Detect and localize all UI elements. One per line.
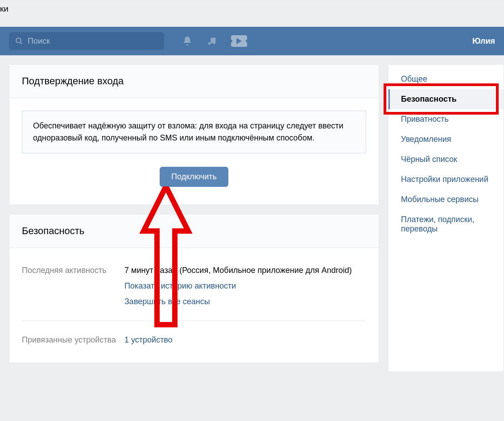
- end-sessions-link[interactable]: Завершить все сеансы: [124, 297, 352, 306]
- row-last-activity: Последняя активность 7 минут назад (Росс…: [22, 260, 366, 312]
- show-history-link[interactable]: Показать историю активности: [124, 281, 352, 291]
- sidebar-item-security[interactable]: Безопасность: [388, 89, 504, 109]
- panel-header-confirm: Подтверждение входа: [9, 65, 379, 98]
- site-header: Юлия: [0, 27, 504, 55]
- search-box[interactable]: [9, 32, 164, 50]
- search-icon: [15, 37, 23, 45]
- username-label[interactable]: Юлия: [472, 37, 495, 46]
- play-badge-icon[interactable]: [231, 35, 247, 47]
- last-activity-content: 7 минут назад (Россия, Мобильное приложе…: [124, 266, 352, 306]
- svg-point-2: [208, 42, 211, 45]
- divider: [22, 321, 366, 321]
- svg-point-0: [16, 38, 21, 43]
- search-input[interactable]: [28, 37, 158, 46]
- header-left: [9, 32, 247, 50]
- svg-point-3: [213, 41, 216, 44]
- panel-body-confirm: Обеспечивает надёжную защиту от взлома: …: [9, 98, 379, 205]
- last-activity-value: 7 минут назад (Россия, Мобильное приложе…: [124, 266, 352, 275]
- header-icons: [182, 35, 247, 47]
- sidebar-item-privacy[interactable]: Приватность: [388, 109, 504, 129]
- sidebar-item-mobile[interactable]: Мобильные сервисы: [388, 190, 504, 210]
- devices-content: 1 устройство: [124, 335, 173, 345]
- main-column: Подтверждение входа Обеспечивает надёжну…: [9, 64, 379, 372]
- row-devices: Привязанные устройства 1 устройство: [22, 330, 366, 350]
- sidebar-item-payments[interactable]: Платежи, подписки, переводы: [388, 210, 504, 239]
- sidebar-item-general[interactable]: Общее: [388, 69, 504, 89]
- panel-title-confirm: Подтверждение входа: [22, 75, 366, 87]
- sidebar-item-app-settings[interactable]: Настройки приложений: [388, 169, 504, 190]
- content-wrap: Подтверждение входа Обеспечивает надёжну…: [0, 55, 504, 372]
- devices-label: Привязанные устройства: [22, 335, 124, 345]
- panel-security: Безопасность Последняя активность 7 мину…: [9, 214, 379, 363]
- settings-sidebar: Общее Безопасность Приватность Уведомлен…: [388, 64, 504, 372]
- panel-header-security: Безопасность: [9, 215, 379, 248]
- music-icon[interactable]: [207, 36, 217, 46]
- svg-line-1: [20, 42, 22, 44]
- bell-icon[interactable]: [182, 36, 193, 46]
- info-box: Обеспечивает надёжную защиту от взлома: …: [22, 111, 366, 153]
- top-strip-text: ки: [0, 4, 8, 13]
- devices-link[interactable]: 1 устройство: [124, 335, 173, 345]
- connect-button[interactable]: Подключить: [160, 167, 228, 187]
- panel-body-security: Последняя активность 7 минут назад (Росс…: [9, 248, 379, 363]
- svg-marker-4: [236, 38, 242, 44]
- sidebar-item-notifications[interactable]: Уведомления: [388, 129, 504, 149]
- panel-login-confirmation: Подтверждение входа Обеспечивает надёжну…: [9, 64, 379, 205]
- browser-top-strip: ки: [0, 0, 504, 27]
- last-activity-label: Последняя активность: [22, 266, 124, 306]
- panel-title-security: Безопасность: [22, 225, 366, 237]
- sidebar-item-blacklist[interactable]: Чёрный список: [388, 149, 504, 169]
